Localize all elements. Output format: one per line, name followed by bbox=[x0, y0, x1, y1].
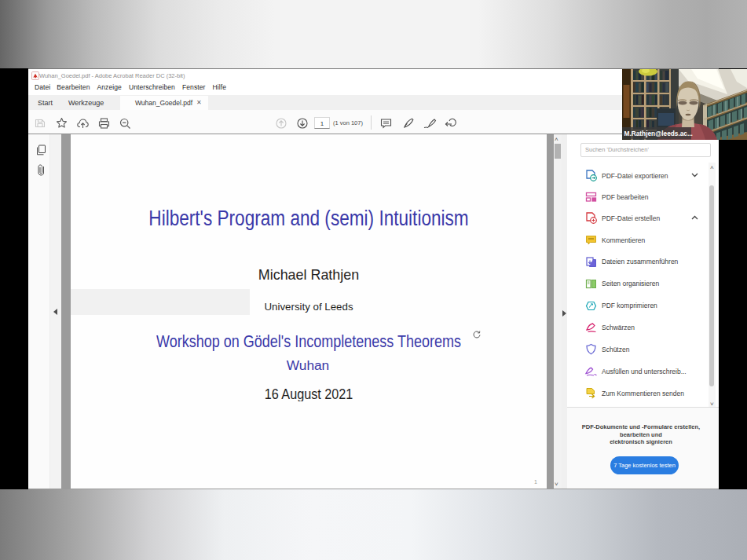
svg-text:M.Rathjen@leeds.ac...: M.Rathjen@leeds.ac... bbox=[624, 130, 693, 137]
